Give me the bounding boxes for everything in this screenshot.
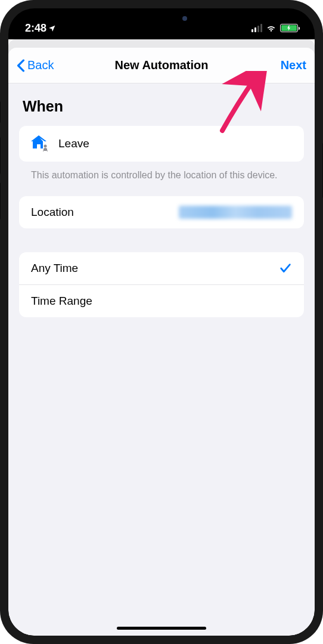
svg-point-0	[44, 145, 47, 148]
chevron-left-icon	[17, 59, 25, 72]
location-label: Location	[31, 206, 74, 219]
modal-sheet: Back New Automation Next When	[8, 48, 315, 636]
location-controlled-note: This automation is controlled by the loc…	[19, 162, 304, 196]
volume-up-button	[0, 137, 1, 174]
camera-dot	[182, 16, 187, 21]
location-row[interactable]: Location	[19, 196, 304, 228]
wifi-icon	[266, 24, 277, 32]
location-value-redacted	[179, 206, 292, 219]
trigger-group: Leave	[19, 126, 304, 162]
next-button[interactable]: Next	[281, 58, 306, 72]
time-range-row[interactable]: Time Range	[19, 285, 304, 317]
volume-down-button	[0, 182, 1, 219]
home-indicator[interactable]	[117, 627, 206, 630]
checkmark-icon	[279, 262, 292, 275]
location-arrow-icon	[48, 24, 56, 32]
page-title: New Automation	[114, 58, 208, 72]
back-label: Back	[27, 58, 54, 72]
any-time-row[interactable]: Any Time	[19, 252, 304, 285]
notch	[99, 8, 224, 29]
any-time-label: Any Time	[31, 262, 78, 275]
phone-screen: 2:48	[8, 8, 315, 636]
time-label: 2:48	[25, 22, 46, 35]
leave-label: Leave	[58, 137, 89, 150]
navigation-bar: Back New Automation Next	[8, 48, 315, 83]
back-button[interactable]: Back	[17, 58, 54, 72]
status-time: 2:48	[25, 22, 56, 35]
silent-switch	[0, 101, 1, 123]
phone-frame: 2:48	[0, 0, 323, 644]
leave-home-icon	[31, 135, 50, 152]
when-header: When	[19, 98, 304, 115]
content-area: When	[8, 83, 315, 332]
time-options-group: Any Time Time Range	[19, 252, 304, 317]
screen-content: Back New Automation Next When	[8, 39, 315, 636]
status-icons	[251, 24, 298, 32]
location-group: Location	[19, 196, 304, 228]
leave-trigger-row[interactable]: Leave	[19, 126, 304, 162]
battery-icon	[280, 24, 298, 32]
time-range-label: Time Range	[31, 295, 92, 308]
cellular-signal-icon	[251, 24, 262, 32]
